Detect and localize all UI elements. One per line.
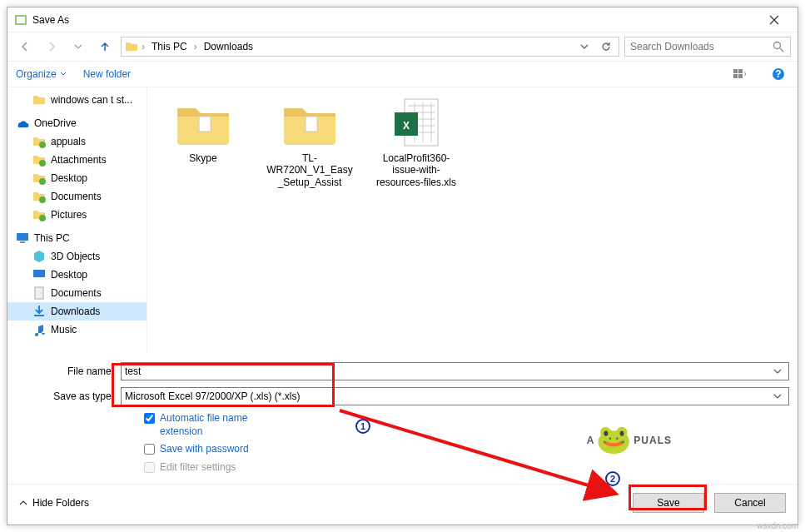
close-button[interactable] — [758, 8, 791, 32]
checkbox-edit-filter — [144, 462, 155, 473]
tree-item-downloads[interactable]: Downloads — [7, 302, 147, 321]
tree-item-onedrive[interactable]: OneDrive — [7, 114, 147, 132]
svg-text:X: X — [403, 120, 410, 132]
folder-large-icon — [276, 97, 343, 149]
check-label: Edit filter settings — [160, 461, 236, 475]
view-menu-button[interactable] — [729, 64, 751, 84]
saveastype-value: Microsoft Excel 97/2000/XP (.xls) (*.xls… — [125, 390, 770, 402]
hide-folders-label: Hide Folders — [32, 497, 89, 509]
search-box[interactable] — [624, 37, 791, 57]
check-label[interactable]: Save with password — [160, 443, 249, 456]
folder-large-icon — [170, 97, 236, 149]
tree-label: Pictures — [51, 209, 87, 221]
nav-back-button[interactable] — [14, 37, 36, 57]
tree-label: Desktop — [51, 269, 87, 281]
tree-label: Documents — [51, 191, 102, 202]
file-caption: LocalProfit360-issue-with-resources-file… — [370, 152, 462, 188]
nav-tree: windows can t st... OneDrive appuals Att… — [7, 87, 147, 352]
check-auto-extension[interactable]: Automatic file name extension — [16, 412, 789, 438]
refresh-button[interactable] — [597, 37, 615, 56]
breadcrumb-downloads[interactable]: Downloads — [201, 41, 256, 52]
hide-folders-button[interactable]: Hide Folders — [19, 497, 89, 509]
file-item-folder[interactable]: Skype — [157, 97, 249, 164]
chevron-right-icon: › — [142, 41, 145, 52]
file-item-folder[interactable]: TL-WR720N_V1_Easy_Setup_Assist — [264, 97, 355, 188]
dialog-title: Save As — [32, 14, 758, 26]
downloads-icon — [32, 305, 46, 318]
check-save-password[interactable]: Save with password — [16, 443, 789, 456]
folder-icon — [125, 40, 138, 53]
tree-item-onedrive-child[interactable]: appuals — [7, 132, 147, 151]
address-dropdown-button[interactable] — [575, 37, 594, 56]
tree-item-onedrive-child[interactable]: Desktop — [7, 169, 147, 187]
folder-sync-icon — [32, 135, 46, 148]
tree-item-onedrive-child[interactable]: Pictures — [7, 206, 147, 224]
tree-item-music[interactable]: Music — [7, 321, 147, 339]
main-area: windows can t st... OneDrive appuals Att… — [7, 87, 798, 352]
svg-rect-1 — [17, 17, 25, 23]
chevron-right-icon: › — [194, 41, 197, 52]
organize-menu[interactable]: Organize — [16, 68, 67, 80]
save-button[interactable]: Save — [633, 493, 704, 513]
toolbar: Organize New folder ? — [7, 61, 798, 87]
tree-item-recent[interactable]: windows can t st... — [7, 91, 147, 109]
chevron-down-icon[interactable] — [770, 364, 785, 379]
folder-icon — [32, 93, 46, 107]
help-button[interactable]: ? — [768, 64, 789, 84]
titlebar: Save As — [7, 7, 798, 32]
tree-label: Attachments — [51, 154, 107, 166]
tree-item-thispc[interactable]: This PC — [7, 229, 147, 247]
filename-combo[interactable] — [121, 362, 789, 380]
new-folder-label: New folder — [83, 68, 131, 80]
tree-label: 3D Objects — [51, 251, 100, 262]
search-icon — [772, 40, 785, 53]
tree-label: windows can t st... — [51, 94, 132, 106]
folder-sync-icon — [32, 153, 46, 167]
saveastype-combo[interactable]: Microsoft Excel 97/2000/XP (.xls) (*.xls… — [121, 387, 789, 405]
svg-point-9 — [39, 142, 46, 148]
address-bar[interactable]: › This PC › Downloads — [121, 37, 619, 57]
save-label: Save — [657, 497, 679, 509]
tree-item-onedrive-child[interactable]: Documents — [7, 187, 147, 206]
chevron-down-icon[interactable] — [770, 389, 785, 404]
folder-sync-icon — [32, 172, 46, 185]
tree-item-3dobjects[interactable]: 3D Objects — [7, 247, 147, 266]
button-row: Hide Folders Save Cancel — [7, 484, 798, 520]
svg-rect-15 — [20, 241, 25, 243]
tree-item-documents[interactable]: Documents — [7, 284, 147, 302]
nav-up-button[interactable] — [94, 37, 116, 57]
breadcrumb-label: This PC — [152, 41, 187, 52]
tree-item-desktop[interactable]: Desktop — [7, 266, 147, 284]
tree-item-onedrive-child[interactable]: Attachments — [7, 151, 147, 169]
3d-icon — [32, 250, 46, 263]
svg-rect-18 — [199, 117, 211, 132]
nav-history-button[interactable] — [67, 37, 89, 57]
documents-icon — [32, 286, 46, 300]
tree-label: This PC — [34, 232, 70, 244]
music-icon — [32, 323, 46, 336]
check-label[interactable]: Automatic file name extension — [160, 412, 276, 438]
folder-sync-icon — [32, 208, 46, 221]
nav-forward-button[interactable] — [41, 37, 62, 57]
onedrive-icon — [16, 117, 29, 130]
save-as-dialog: Save As › This PC › Downloa — [7, 7, 798, 525]
new-folder-button[interactable]: New folder — [83, 68, 131, 80]
file-list[interactable]: Skype TL-WR720N_V1_Easy_Setup_Assist X L… — [147, 87, 798, 352]
svg-point-10 — [39, 160, 46, 167]
file-caption: Skype — [189, 152, 216, 164]
nav-row: › This PC › Downloads — [7, 32, 798, 61]
cancel-button[interactable]: Cancel — [714, 493, 786, 513]
checkbox-auto-extension[interactable] — [144, 413, 155, 424]
cancel-label: Cancel — [734, 497, 765, 509]
tree-label: OneDrive — [34, 117, 77, 129]
saveastype-label: Save as type: — [16, 390, 116, 402]
file-caption: TL-WR720N_V1_Easy_Setup_Assist — [264, 152, 355, 188]
breadcrumb-thispc[interactable]: This PC — [148, 41, 191, 52]
svg-rect-6 — [738, 74, 743, 78]
svg-point-2 — [774, 42, 781, 49]
filename-input[interactable] — [125, 365, 770, 377]
search-input[interactable] — [630, 41, 767, 52]
svg-rect-5 — [733, 74, 738, 78]
file-item-xls[interactable]: X LocalProfit360-issue-with-resources-fi… — [370, 97, 462, 188]
checkbox-save-password[interactable] — [144, 444, 155, 455]
